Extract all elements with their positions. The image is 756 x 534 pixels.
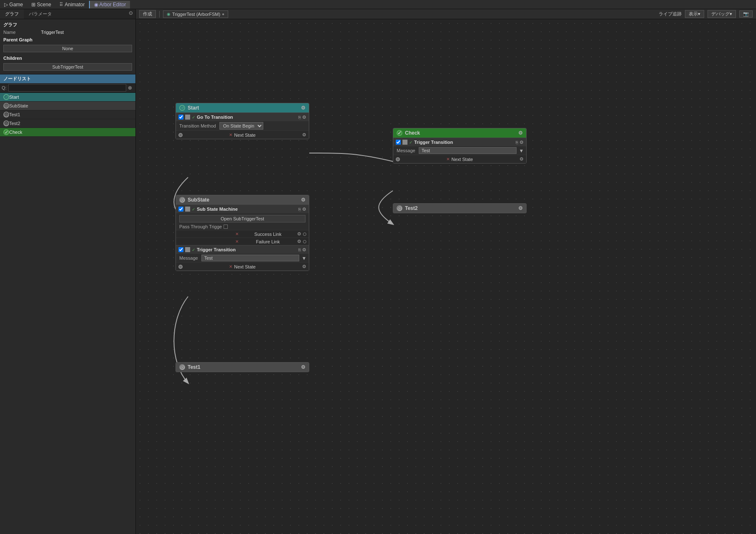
start-node-icon: ↺ [3,94,9,100]
tab-parameters[interactable]: パラメータ [24,9,57,19]
substate-trigger-checkbox[interactable] [178,247,183,252]
substate-trigger-copy[interactable]: ⎘ [298,248,301,252]
substate-message-dropdown[interactable]: ▾ [303,255,305,261]
substate-transition-dot [178,265,183,269]
start-next-state-row: ✕ Next State ⚙ [176,130,309,139]
check-message-value: Test [419,147,517,154]
check-mark-icon: ✓ [192,115,195,120]
test2-node-icon: ◎ [3,120,9,126]
success-link-row: ✕ Success Link ⚙ [176,230,309,238]
goto-transition-title: Go To Transition [197,115,233,120]
substate-next-state-label: ✕ Next State [184,264,300,269]
check-trigger-copy[interactable]: ⎘ [516,140,518,145]
goto-transition-header: ✓ Go To Transition ⎘ ⚙ [176,113,309,121]
camera-button[interactable]: 📷 [739,10,753,18]
menu-game[interactable]: ▷ Game [0,1,27,8]
test1-node: ◎ Test1 ⚙ [176,362,309,372]
tab-graph[interactable]: グラフ [0,9,24,19]
sidebar-item-start[interactable]: ↺ Start [0,93,135,102]
check-message-dropdown[interactable]: ▾ [520,147,523,154]
start-next-state-label: ✕ Next State [184,133,300,138]
debug-button[interactable]: デバッグ▾ [708,10,736,18]
start-node-gear[interactable]: ⚙ [301,105,305,111]
check-node-header: ✓ Check ⚙ [393,128,526,138]
node-search-row: Q: ⊗ [0,83,135,93]
children-label: Children [3,54,132,61]
open-subtrigger-btn[interactable]: Open SubTriggerTest [179,215,305,222]
check-next-state-label: ✕ Next State [402,157,518,162]
menu-bar: ▷ Game ⊞ Scene ⠿ Animator ◉ Arbor Editor [0,0,756,9]
menu-arbor-editor[interactable]: ◉ Arbor Editor [89,1,130,8]
transition-method-select[interactable]: On State Begin [219,122,263,130]
test1-node-gear[interactable]: ⚙ [301,364,305,370]
test2-node-gear[interactable]: ⚙ [518,205,523,211]
start-node-header: ↺ Start ⚙ [176,103,309,112]
substate-transition-gear[interactable]: ⚙ [302,264,306,269]
menu-scene[interactable]: ⊞ Scene [27,1,55,8]
substate-node-gear[interactable]: ⚙ [301,197,305,203]
substate-trigger-gear-icon[interactable]: ⚙ [302,247,306,252]
node-search-clear-btn[interactable]: ⊗ [126,85,134,91]
sub-sm-enable-checkbox[interactable] [178,207,183,212]
sub-sm-copy-icon[interactable]: ⎘ [298,207,301,212]
canvas[interactable]: ↺ Start ⚙ ✓ Go To Transition ⎘ ⚙ [136,19,756,534]
sub-state-machine-header: ✓ Sub State Machine ⎘ ⚙ [176,205,309,213]
failure-x-icon: ✕ [235,239,239,244]
check-trigger-title: Trigger Transition [414,140,453,145]
test2-node-title: ◎ Test2 [397,205,417,211]
name-row: Name TriggerTest [3,29,132,36]
check-node-gear[interactable]: ⚙ [518,130,523,136]
tab-close-btn[interactable]: ● [222,12,224,16]
check-trigger-checkbox[interactable] [396,140,401,145]
transition-method-label: Transition Method [179,123,216,128]
canvas-toolbar: 作成 ◉ TriggerTest (ArborFSM) ● ライブ追跡 表示▾ … [136,9,756,19]
failure-link-row: ✕ Failure Link ⚙ [176,238,309,245]
children-subtriggertest-btn[interactable]: SubTriggerTest [3,63,132,71]
start-node: ↺ Start ⚙ ✓ Go To Transition ⎘ ⚙ [176,103,309,139]
test1-node-icon: ◎ [3,112,9,118]
sidebar-item-test1[interactable]: ◎ Test1 [0,110,135,119]
failure-link-gear[interactable]: ⚙ [297,239,301,244]
canvas-tab[interactable]: ◉ TriggerTest (ArborFSM) ● [163,10,228,18]
menu-animator[interactable]: ⠿ Animator [55,1,89,8]
sub-sm-gear-icon[interactable]: ⚙ [302,207,306,212]
panel-collapse-btn[interactable]: ⊙ [126,9,135,19]
substate-trigger-title: Trigger Transition [197,247,236,252]
main-canvas-area: 作成 ◉ TriggerTest (ArborFSM) ● ライブ追跡 表示▾ … [136,9,756,534]
substate-node-title: ◎ SubState [179,197,209,203]
node-search-input[interactable] [8,84,126,92]
pass-through-checkbox[interactable] [224,225,228,229]
sidebar-item-substate[interactable]: ◎ SubState [0,102,135,110]
parent-graph-none-btn[interactable]: None [3,45,132,52]
behavior-gear-icon[interactable]: ⚙ [302,115,306,120]
check-trigger-actions: ⎘ ⚙ [516,139,524,145]
check-transition-gear[interactable]: ⚙ [519,156,524,162]
view-button[interactable]: 表示▾ [685,10,704,18]
sidebar-item-check[interactable]: ✓ Check [0,128,135,137]
check-next-state-row: ✕ Next State ⚙ [393,155,526,163]
substate-next-state-row: ✕ Next State ⚙ [176,262,309,271]
name-value: TriggerTest [41,30,64,35]
behavior-actions: ⎘ ⚙ [298,114,306,120]
goto-transition-enable-checkbox[interactable] [178,115,183,120]
transition-x-icon: ✕ [229,133,232,137]
substate-trigger-header: ✓ Trigger Transition ⎘ ⚙ [176,245,309,254]
sub-sm-actions: ⎘ ⚙ [298,206,306,212]
check-transition-dot [396,157,400,161]
behavior-copy-icon[interactable]: ⎘ [298,115,301,120]
left-tab-bar: グラフ パラメータ ⊙ [0,9,135,19]
success-link-gear[interactable]: ⚙ [297,231,301,237]
create-button[interactable]: 作成 [139,10,156,18]
sub-state-machine-block: ✓ Sub State Machine ⎘ ⚙ Open SubTriggerT… [176,204,309,245]
node-list-section: ノードリスト Q: ⊗ ↺ Start ◎ SubState ◎ Test1 ◎… [0,74,135,534]
check-x-icon: ✕ [446,157,450,161]
toolbar-separator [159,11,160,18]
substate-message-label: Message [179,256,198,261]
test2-node: ◎ Test2 ⚙ [393,203,527,213]
start-transition-gear[interactable]: ⚙ [302,132,306,138]
check-trigger-gear-icon[interactable]: ⚙ [519,140,524,145]
parent-graph-label: Parent Graph [3,36,132,43]
substate-node: ◎ SubState ⚙ ✓ Sub State Machine ⎘ ⚙ [176,195,309,271]
sidebar-item-test2[interactable]: ◎ Test2 [0,119,135,128]
check-trigger-icon [402,140,407,145]
